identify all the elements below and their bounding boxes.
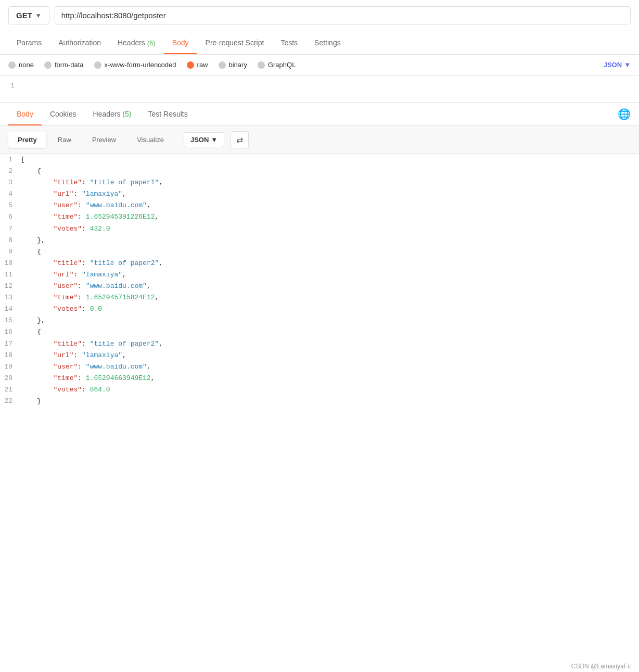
tab-body[interactable]: Body (164, 31, 197, 54)
json-line-22: 22 } (0, 396, 639, 407)
json-line-1: 1[ (0, 154, 639, 166)
json-dropdown-chevron-icon: ▼ (624, 61, 631, 69)
json-line-16: 16 { (0, 326, 639, 338)
request-tabs: Params Authorization Headers (6) Body Pr… (0, 31, 639, 55)
response-headers-badge: (5) (122, 110, 131, 118)
radio-urlencoded (94, 61, 101, 69)
body-type-binary[interactable]: binary (219, 61, 247, 69)
body-type-none[interactable]: none (8, 61, 34, 69)
json-line-11: 11 "url": "lamaxiya", (0, 269, 639, 281)
response-tabs: Body Cookies Headers (5) Test Results 🌐 (0, 103, 639, 126)
response-format-chevron-icon: ▼ (211, 136, 218, 144)
globe-icon[interactable]: 🌐 (618, 108, 631, 120)
response-tab-headers[interactable]: Headers (5) (85, 103, 140, 125)
tab-pre-request-script[interactable]: Pre-request Script (197, 31, 273, 54)
body-types: none form-data x-www-form-urlencoded raw… (0, 55, 639, 75)
json-line-13: 13 "time": 1.652945715824E12, (0, 292, 639, 303)
url-input[interactable] (55, 6, 631, 24)
request-body-content[interactable] (21, 75, 639, 102)
tab-headers[interactable]: Headers (6) (109, 31, 164, 54)
radio-graphql (258, 61, 265, 69)
radio-binary (219, 61, 226, 69)
url-bar: GET ▼ (0, 0, 639, 31)
tab-params[interactable]: Params (8, 31, 50, 54)
response-format-dropdown[interactable]: JSON ▼ (184, 132, 224, 147)
json-line-15: 15 }, (0, 315, 639, 326)
view-preview[interactable]: Preview (83, 132, 125, 148)
request-body-line-numbers: 1 (0, 75, 21, 102)
json-line-19: 19 "user": "www.baidu.com", (0, 361, 639, 373)
json-line-10: 10 "title": "title of paper2", (0, 258, 639, 269)
tab-authorization[interactable]: Authorization (50, 31, 109, 54)
json-line-21: 21 "votes": 864.0 (0, 384, 639, 396)
json-line-17: 17 "title": "title of paper2", (0, 338, 639, 350)
wrap-button[interactable]: ⇄ (231, 131, 249, 148)
method-chevron-icon: ▼ (35, 12, 42, 19)
radio-raw (187, 61, 194, 69)
view-visualize[interactable]: Visualize (127, 132, 173, 148)
body-type-graphql[interactable]: GraphQL (258, 61, 296, 69)
json-line-2: 2 { (0, 166, 639, 177)
body-format-dropdown[interactable]: JSON ▼ (604, 61, 631, 69)
radio-form-data (44, 61, 52, 69)
view-pretty[interactable]: Pretty (8, 132, 46, 148)
json-line-4: 4 "url": "lamaxiya", (0, 188, 639, 200)
footer: CSDN @LamaxiyaFc (563, 661, 639, 672)
json-line-7: 7 "votes": 432.0 (0, 223, 639, 235)
tab-tests[interactable]: Tests (272, 31, 306, 54)
headers-badge: (6) (147, 39, 156, 47)
body-type-urlencoded[interactable]: x-www-form-urlencoded (94, 61, 176, 69)
json-line-14: 14 "votes": 0.0 (0, 303, 639, 315)
response-view-bar: Pretty Raw Preview Visualize JSON ▼ ⇄ (0, 126, 639, 154)
json-line-8: 8 }, (0, 235, 639, 246)
method-select[interactable]: GET ▼ (8, 6, 49, 24)
response-tab-test-results[interactable]: Test Results (139, 103, 196, 125)
json-line-5: 5 "user": "www.baidu.com", (0, 200, 639, 211)
method-label: GET (16, 11, 32, 20)
json-line-6: 6 "time": 1.652945391226E12, (0, 211, 639, 223)
json-line-18: 18 "url": "lamaxiya", (0, 350, 639, 361)
json-line-20: 20 "time": 1.65294663949E12, (0, 373, 639, 384)
response-tab-body[interactable]: Body (8, 103, 42, 125)
view-raw[interactable]: Raw (48, 132, 81, 148)
json-line-9: 9 { (0, 246, 639, 258)
body-type-form-data[interactable]: form-data (44, 61, 84, 69)
json-line-12: 12 "user": "www.baidu.com", (0, 281, 639, 292)
radio-none (8, 61, 16, 69)
tab-settings[interactable]: Settings (306, 31, 349, 54)
json-line-3: 3 "title": "title of paper1", (0, 177, 639, 188)
response-tab-cookies[interactable]: Cookies (42, 103, 85, 125)
response-body: 1[2 {3 "title": "title of paper1",4 "url… (0, 154, 639, 407)
request-body-editor: 1 (0, 75, 639, 103)
body-type-raw[interactable]: raw (187, 61, 208, 69)
